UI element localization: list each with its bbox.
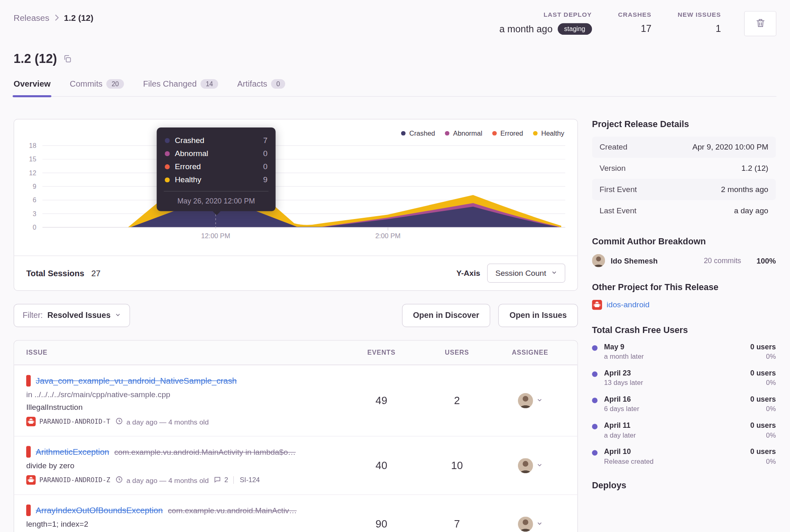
chevron-down-icon (536, 396, 542, 405)
detail-label: Created (600, 143, 627, 152)
filter-dropdown[interactable]: Filter: Resolved Issues (13, 304, 130, 327)
tab-artifacts[interactable]: Artifacts 0 (237, 79, 285, 96)
tab-files-changed-label: Files Changed (143, 79, 196, 89)
tab-overview-label: Overview (13, 79, 51, 89)
chart-plot-area[interactable]: 12:00 PM 2:00 PM (42, 142, 565, 237)
tooltip-crashed-label: Crashed (175, 136, 258, 145)
tab-overview[interactable]: Overview (13, 79, 51, 96)
clock-icon (115, 417, 123, 426)
y-tick: 6 (33, 196, 36, 204)
legend-crashed[interactable]: Crashed (401, 130, 435, 137)
crash-free-row: May 9 a month later 0 users 0% (592, 343, 776, 360)
project-release-details: Project Release Details Created Apr 9, 2… (592, 119, 776, 221)
comment-icon (214, 476, 221, 485)
breadcrumb: Releases 1.2 (12) (13, 13, 93, 23)
issue-row: ArithmeticException com.example.vu.andro… (14, 436, 578, 494)
release-header: Releases 1.2 (12) LAST DEPLOY a month ag… (0, 0, 790, 97)
detail-label: Version (600, 164, 626, 173)
open-in-issues-button[interactable]: Open in Issues (498, 304, 578, 327)
release-tabs: Overview Commits 20 Files Changed 14 Art… (13, 79, 776, 97)
crash-free-row: April 11 a day later 0 users 0% (592, 421, 776, 439)
chevron-down-icon (536, 519, 542, 528)
assignee-avatar (518, 393, 533, 408)
release-sidebar: Project Release Details Created Apr 9, 2… (592, 119, 776, 498)
stat-crashes-label: CRASHES (618, 11, 652, 18)
android-project-icon (26, 417, 36, 426)
cf-users: 0 users (750, 421, 776, 429)
detail-row-version: Version 1.2 (12) (592, 158, 776, 179)
crashed-dot-icon (401, 131, 406, 136)
healthy-dot-icon (165, 177, 170, 182)
stat-last-deploy: LAST DEPLOY a month ago staging (499, 11, 591, 35)
filter-selected-value: Resolved Issues (47, 311, 111, 320)
y-tick: 12 (29, 169, 36, 177)
stat-new-issues: NEW ISSUES 1 (678, 11, 721, 34)
chevron-down-icon (551, 268, 557, 277)
commit-author-breakdown: Commit Author Breakdown Ido Shemesh 20 c… (592, 236, 776, 267)
cf-sub: a day later (604, 431, 636, 439)
crash-free-heading: Total Crash Free Users (592, 325, 776, 336)
android-project-icon (26, 475, 36, 485)
error-level-icon (26, 446, 31, 458)
tab-files-changed[interactable]: Files Changed 14 (143, 79, 218, 96)
chart-legend: Crashed Abnormal Errored Healthy (401, 130, 564, 137)
total-sessions-value: 27 (91, 268, 101, 278)
cf-sub: 13 days later (604, 379, 643, 387)
issues-table: ISSUE EVENTS USERS ASSIGNEE Java_com_exa… (13, 340, 578, 532)
comments-link[interactable]: 2 (214, 476, 228, 485)
assignee-dropdown[interactable] (495, 516, 565, 532)
y-tick: 15 (29, 156, 36, 163)
col-issue: ISSUE (26, 349, 344, 357)
legend-healthy-label: Healthy (541, 130, 564, 137)
tab-commits[interactable]: Commits 20 (70, 79, 124, 96)
assignee-dropdown[interactable] (495, 393, 565, 408)
assignee-dropdown[interactable] (495, 458, 565, 473)
tooltip-healthy-value: 9 (263, 175, 268, 184)
abnormal-dot-icon (165, 151, 170, 156)
cf-users: 0 users (750, 395, 776, 403)
legend-abnormal[interactable]: Abnormal (445, 130, 482, 137)
cf-date: April 10 (604, 447, 654, 456)
linked-ticket[interactable]: SI-124 (240, 476, 260, 484)
issue-title-link[interactable]: ArrayIndexOutOfBoundsException (36, 505, 163, 515)
tab-artifacts-label: Artifacts (237, 79, 268, 89)
other-project-link[interactable]: idos-android (607, 300, 649, 309)
timeline-bullet-icon (592, 450, 598, 456)
delete-release-button[interactable] (744, 11, 777, 36)
y-axis-select[interactable]: Session Count (487, 264, 565, 283)
open-in-discover-button[interactable]: Open in Discover (402, 304, 491, 327)
project-badge[interactable]: PARANOID-ANDROID-T (26, 417, 110, 426)
col-events: EVENTS (344, 349, 419, 357)
detail-row-first-event: First Event 2 months ago (592, 179, 776, 200)
issue-title-link[interactable]: ArithmeticException (36, 447, 109, 456)
tab-artifacts-badge: 0 (271, 79, 285, 89)
cf-date: April 16 (604, 395, 639, 403)
tooltip-abnormal-label: Abnormal (175, 149, 258, 158)
tab-commits-label: Commits (70, 79, 103, 89)
legend-healthy[interactable]: Healthy (533, 130, 564, 137)
comment-count: 2 (224, 476, 228, 484)
cf-percent: 0% (750, 353, 776, 360)
author-row: Ido Shemesh 20 commits 100% (592, 254, 776, 267)
issue-title-link[interactable]: Java_com_example_vu_android_NativeSample… (36, 376, 237, 385)
deploys-heading: Deploys (592, 480, 776, 491)
issue-culprit: com.example.vu.android.MainActiv… (168, 506, 297, 515)
cf-date: April 11 (604, 421, 636, 429)
legend-errored[interactable]: Errored (492, 130, 523, 137)
cf-date: April 23 (604, 369, 643, 377)
breadcrumb-releases-link[interactable]: Releases (13, 13, 49, 23)
users-count: 7 (419, 518, 495, 530)
detail-value: a day ago (734, 206, 768, 215)
staging-badge: staging (558, 23, 592, 35)
release-stats: LAST DEPLOY a month ago staging CRASHES … (499, 11, 776, 36)
crashed-dot-icon (165, 138, 170, 143)
author-commit-count: 20 commits (704, 257, 741, 265)
project-badge[interactable]: PARANOID-ANDROID-Z (26, 475, 110, 485)
tooltip-abnormal-value: 0 (263, 149, 268, 158)
issues-toolbar: Filter: Resolved Issues Open in Discover… (13, 304, 578, 327)
cf-sub: 6 days later (604, 405, 639, 413)
copy-version-button[interactable] (63, 54, 71, 65)
cf-percent: 0% (750, 458, 776, 465)
detail-label: Last Event (600, 206, 636, 215)
y-axis-label: Y-Axis (456, 268, 480, 277)
